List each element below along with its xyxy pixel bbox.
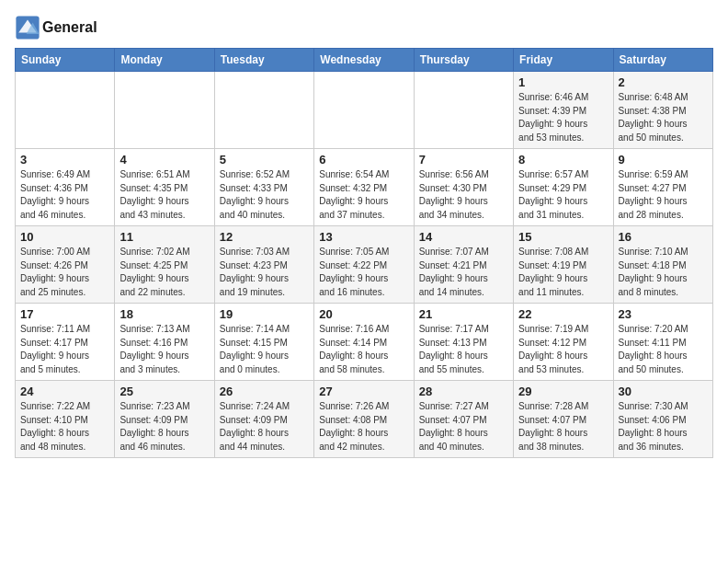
calendar-cell: 15Sunrise: 7:08 AM Sunset: 4:19 PM Dayli…: [514, 226, 613, 304]
day-number: 24: [20, 385, 109, 398]
day-info: Sunrise: 6:54 AM Sunset: 4:32 PM Dayligh…: [319, 168, 408, 222]
logo-text: General: [42, 19, 97, 36]
day-number: 22: [518, 307, 608, 321]
week-row-3: 10Sunrise: 7:00 AM Sunset: 4:26 PM Dayli…: [16, 226, 713, 304]
day-info: Sunrise: 6:51 AM Sunset: 4:35 PM Dayligh…: [119, 168, 209, 222]
calendar-cell: [314, 72, 414, 149]
day-info: Sunrise: 7:00 AM Sunset: 4:26 PM Dayligh…: [20, 246, 109, 299]
day-number: 29: [518, 385, 608, 398]
day-number: 4: [119, 153, 209, 167]
calendar-cell: 7Sunrise: 6:56 AM Sunset: 4:30 PM Daylig…: [414, 149, 513, 226]
calendar-cell: 19Sunrise: 7:14 AM Sunset: 4:15 PM Dayli…: [214, 304, 313, 381]
day-number: 12: [220, 230, 309, 244]
calendar-cell: 13Sunrise: 7:05 AM Sunset: 4:22 PM Dayli…: [314, 226, 414, 304]
calendar-table: SundayMondayTuesdayWednesdayThursdayFrid…: [15, 48, 713, 458]
calendar-cell: 16Sunrise: 7:10 AM Sunset: 4:18 PM Dayli…: [613, 226, 712, 304]
logo-icon: [15, 15, 40, 40]
day-info: Sunrise: 6:46 AM Sunset: 4:39 PM Dayligh…: [518, 91, 608, 144]
day-number: 16: [619, 230, 708, 244]
day-number: 21: [419, 307, 508, 321]
day-info: Sunrise: 7:30 AM Sunset: 4:06 PM Dayligh…: [619, 400, 708, 454]
calendar-cell: 23Sunrise: 7:20 AM Sunset: 4:11 PM Dayli…: [613, 304, 712, 381]
calendar-cell: [414, 72, 513, 149]
calendar-cell: 4Sunrise: 6:51 AM Sunset: 4:35 PM Daylig…: [115, 149, 214, 226]
calendar-cell: 1Sunrise: 6:46 AM Sunset: 4:39 PM Daylig…: [514, 72, 613, 149]
week-row-5: 24Sunrise: 7:22 AM Sunset: 4:10 PM Dayli…: [16, 381, 713, 458]
header-cell-thursday: Thursday: [414, 49, 513, 72]
header-cell-monday: Monday: [115, 49, 214, 72]
calendar-cell: 25Sunrise: 7:23 AM Sunset: 4:09 PM Dayli…: [115, 381, 214, 458]
calendar-cell: 22Sunrise: 7:19 AM Sunset: 4:12 PM Dayli…: [514, 304, 613, 381]
day-number: 11: [119, 230, 209, 244]
day-number: 8: [518, 153, 608, 167]
day-info: Sunrise: 7:26 AM Sunset: 4:08 PM Dayligh…: [319, 400, 408, 454]
logo: General: [15, 15, 97, 40]
header: General: [15, 11, 713, 40]
day-info: Sunrise: 7:27 AM Sunset: 4:07 PM Dayligh…: [419, 400, 508, 454]
day-info: Sunrise: 7:08 AM Sunset: 4:19 PM Dayligh…: [518, 246, 608, 299]
day-info: Sunrise: 6:59 AM Sunset: 4:27 PM Dayligh…: [619, 168, 708, 222]
week-row-2: 3Sunrise: 6:49 AM Sunset: 4:36 PM Daylig…: [16, 149, 713, 226]
day-number: 7: [419, 153, 508, 167]
calendar-cell: 29Sunrise: 7:28 AM Sunset: 4:07 PM Dayli…: [514, 381, 613, 458]
day-number: 17: [20, 307, 109, 321]
header-cell-wednesday: Wednesday: [314, 49, 414, 72]
calendar-cell: 3Sunrise: 6:49 AM Sunset: 4:36 PM Daylig…: [16, 149, 115, 226]
day-number: 6: [319, 153, 408, 167]
day-number: 30: [619, 385, 708, 398]
day-info: Sunrise: 7:17 AM Sunset: 4:13 PM Dayligh…: [419, 323, 508, 376]
day-info: Sunrise: 7:14 AM Sunset: 4:15 PM Dayligh…: [220, 323, 309, 376]
day-info: Sunrise: 7:28 AM Sunset: 4:07 PM Dayligh…: [518, 400, 608, 454]
day-number: 9: [619, 153, 708, 167]
week-row-4: 17Sunrise: 7:11 AM Sunset: 4:17 PM Dayli…: [16, 304, 713, 381]
day-number: 28: [419, 385, 508, 398]
day-info: Sunrise: 6:52 AM Sunset: 4:33 PM Dayligh…: [220, 168, 309, 222]
day-number: 18: [119, 307, 209, 321]
day-info: Sunrise: 7:05 AM Sunset: 4:22 PM Dayligh…: [319, 246, 408, 299]
header-cell-friday: Friday: [514, 49, 613, 72]
day-number: 14: [419, 230, 508, 244]
day-info: Sunrise: 6:49 AM Sunset: 4:36 PM Dayligh…: [20, 168, 109, 222]
day-info: Sunrise: 7:23 AM Sunset: 4:09 PM Dayligh…: [119, 400, 209, 454]
day-info: Sunrise: 7:07 AM Sunset: 4:21 PM Dayligh…: [419, 246, 508, 299]
day-number: 27: [319, 385, 408, 398]
calendar-header: SundayMondayTuesdayWednesdayThursdayFrid…: [16, 49, 713, 72]
week-row-1: 1Sunrise: 6:46 AM Sunset: 4:39 PM Daylig…: [16, 72, 713, 149]
calendar-cell: 18Sunrise: 7:13 AM Sunset: 4:16 PM Dayli…: [115, 304, 214, 381]
calendar-body: 1Sunrise: 6:46 AM Sunset: 4:39 PM Daylig…: [16, 72, 713, 458]
day-number: 3: [20, 153, 109, 167]
day-info: Sunrise: 6:56 AM Sunset: 4:30 PM Dayligh…: [419, 168, 508, 222]
day-info: Sunrise: 6:57 AM Sunset: 4:29 PM Dayligh…: [518, 168, 608, 222]
calendar-cell: 21Sunrise: 7:17 AM Sunset: 4:13 PM Dayli…: [414, 304, 513, 381]
day-info: Sunrise: 7:16 AM Sunset: 4:14 PM Dayligh…: [319, 323, 408, 376]
calendar-cell: 10Sunrise: 7:00 AM Sunset: 4:26 PM Dayli…: [16, 226, 115, 304]
day-info: Sunrise: 7:19 AM Sunset: 4:12 PM Dayligh…: [518, 323, 608, 376]
calendar-cell: 8Sunrise: 6:57 AM Sunset: 4:29 PM Daylig…: [514, 149, 613, 226]
calendar-cell: 26Sunrise: 7:24 AM Sunset: 4:09 PM Dayli…: [214, 381, 313, 458]
day-info: Sunrise: 7:03 AM Sunset: 4:23 PM Dayligh…: [220, 246, 309, 299]
calendar-cell: [214, 72, 313, 149]
day-number: 23: [619, 307, 708, 321]
day-number: 13: [319, 230, 408, 244]
calendar-cell: 6Sunrise: 6:54 AM Sunset: 4:32 PM Daylig…: [314, 149, 414, 226]
calendar-cell: 2Sunrise: 6:48 AM Sunset: 4:38 PM Daylig…: [613, 72, 712, 149]
day-number: 15: [518, 230, 608, 244]
day-number: 26: [220, 385, 309, 398]
calendar-cell: 30Sunrise: 7:30 AM Sunset: 4:06 PM Dayli…: [613, 381, 712, 458]
calendar-cell: 17Sunrise: 7:11 AM Sunset: 4:17 PM Dayli…: [16, 304, 115, 381]
day-info: Sunrise: 7:24 AM Sunset: 4:09 PM Dayligh…: [220, 400, 309, 454]
day-number: 1: [518, 75, 608, 89]
day-info: Sunrise: 7:11 AM Sunset: 4:17 PM Dayligh…: [20, 323, 109, 376]
calendar-cell: 20Sunrise: 7:16 AM Sunset: 4:14 PM Dayli…: [314, 304, 414, 381]
calendar-cell: [16, 72, 115, 149]
page-container: General SundayMondayTuesdayWednesdayThur…: [0, 0, 728, 465]
day-info: Sunrise: 7:10 AM Sunset: 4:18 PM Dayligh…: [619, 246, 708, 299]
calendar-cell: 11Sunrise: 7:02 AM Sunset: 4:25 PM Dayli…: [115, 226, 214, 304]
day-number: 2: [619, 75, 708, 89]
calendar-cell: 28Sunrise: 7:27 AM Sunset: 4:07 PM Dayli…: [414, 381, 513, 458]
day-info: Sunrise: 7:13 AM Sunset: 4:16 PM Dayligh…: [119, 323, 209, 376]
day-info: Sunrise: 7:20 AM Sunset: 4:11 PM Dayligh…: [619, 323, 708, 376]
calendar-cell: 12Sunrise: 7:03 AM Sunset: 4:23 PM Dayli…: [214, 226, 313, 304]
day-number: 20: [319, 307, 408, 321]
day-info: Sunrise: 7:02 AM Sunset: 4:25 PM Dayligh…: [119, 246, 209, 299]
